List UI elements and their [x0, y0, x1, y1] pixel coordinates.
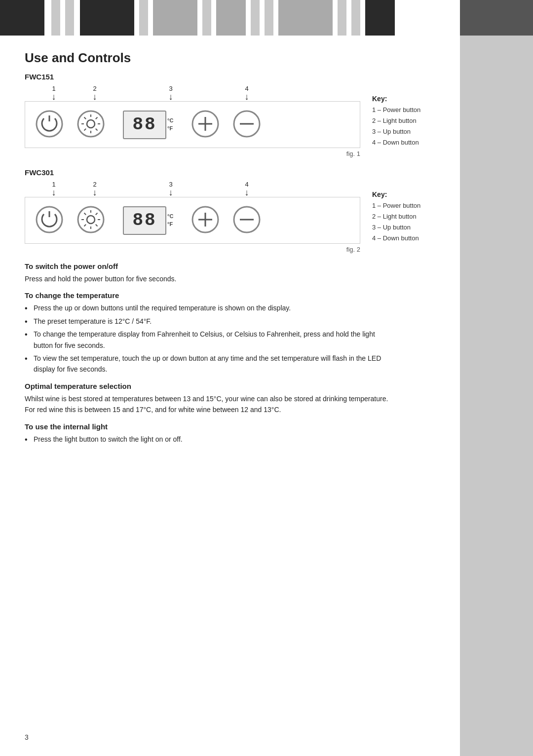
- fig1-num-1: 1: [35, 85, 73, 92]
- fig2-up-col: [191, 205, 220, 235]
- header-block-9: [251, 0, 260, 36]
- fig1-display: 88: [123, 111, 166, 139]
- fig2-num-3: 3: [116, 181, 225, 188]
- temp-bullet-3: To change the temperature display from F…: [25, 329, 390, 351]
- fwc151-section: FWC151 1 2 3 4 ↓ ↓ ↓ ↓: [25, 73, 435, 157]
- fig2-light-button-icon: [76, 205, 105, 234]
- power-button-icon: [35, 110, 64, 138]
- header-bar: [0, 0, 533, 36]
- header-gap12: [346, 0, 351, 36]
- fig2-fahrenheit: °F: [167, 221, 173, 228]
- fig2-celsius: °C: [167, 213, 173, 220]
- svg-line-26: [96, 225, 98, 227]
- svg-line-28: [84, 225, 86, 227]
- fig2-arrow-3: ↓: [116, 188, 225, 197]
- fig1-fahrenheit: °F: [167, 125, 173, 132]
- header-block-13: [351, 0, 360, 36]
- main-content: Use and Controls FWC151 1 2 3 4 ↓ ↓ ↓ ↓: [0, 36, 460, 466]
- fig2-down-col: [232, 205, 261, 235]
- optimal-section-heading: Optimal temperature selection: [25, 382, 435, 390]
- fig2-key-item-1: 1 – Power button: [372, 200, 420, 211]
- instructions-section: To switch the power on/off Press and hol…: [25, 262, 435, 445]
- fig1-num-4: 4: [225, 85, 268, 92]
- fig2-up-button-icon: [191, 205, 220, 234]
- fig1-temp-labels: °C °F: [167, 117, 173, 132]
- svg-point-20: [87, 216, 95, 224]
- temp-bullet-2: The preset temperature is 12°C / 54°F.: [25, 316, 390, 327]
- header-gap2: [60, 0, 65, 36]
- header-block-5: [139, 0, 148, 36]
- fig2-label: fig. 2: [25, 246, 360, 253]
- fig2-num-4: 4: [225, 181, 268, 188]
- fig1-down-button: [232, 110, 261, 140]
- header-gap13: [360, 0, 365, 36]
- fig1-key: Key: 1 – Power button 2 – Light button 3…: [372, 95, 420, 148]
- fig2-light-button: [76, 205, 105, 235]
- light-bullet-1: Press the light button to switch the lig…: [25, 434, 390, 445]
- fig1-light-col: [76, 110, 105, 140]
- svg-line-9: [96, 129, 98, 131]
- fig2-key-item-2: 2 – Light button: [372, 211, 420, 222]
- svg-point-3: [87, 120, 95, 128]
- header-gap9: [260, 0, 265, 36]
- fig1-label: fig. 1: [25, 150, 360, 157]
- header-block-12: [338, 0, 346, 36]
- header-block-1: [0, 0, 44, 36]
- header-block-14: [365, 0, 395, 36]
- power-section-heading: To switch the power on/off: [25, 262, 435, 270]
- header-gap: [44, 0, 51, 36]
- header-gap5: [148, 0, 153, 36]
- header-gap6: [197, 0, 202, 36]
- light-bullet-list: Press the light button to switch the lig…: [25, 434, 390, 445]
- down-button-icon: [232, 110, 261, 138]
- fig1-diagram: 88 °C °F: [25, 101, 360, 148]
- header-gap8: [246, 0, 251, 36]
- light-button-icon: [76, 110, 105, 138]
- fig2-arrow-4: ↓: [225, 188, 268, 197]
- fig1-key-item-1: 1 – Power button: [372, 105, 420, 115]
- fwc301-label: FWC301: [25, 168, 435, 177]
- svg-line-11: [84, 129, 86, 131]
- fig2-display: 88: [123, 206, 166, 235]
- right-sidebar-top: [460, 0, 533, 36]
- fig2-num-1: 1: [35, 181, 73, 188]
- fig2-power-button-icon: [35, 205, 64, 234]
- svg-line-27: [96, 213, 98, 215]
- fig2-key-item-4: 4 – Down button: [372, 233, 420, 244]
- fig1-light-button: [76, 110, 105, 140]
- fig1-num-2: 2: [73, 85, 116, 92]
- right-sidebar: [460, 0, 533, 756]
- fwc151-label: FWC151: [25, 73, 435, 81]
- temp-bullet-4: To view the set temperature, touch the u…: [25, 353, 390, 375]
- fig1-key-item-2: 2 – Light button: [372, 115, 420, 126]
- page-title: Use and Controls: [25, 50, 435, 66]
- power-section-text: Press and hold the power button for five…: [25, 273, 390, 284]
- fig2-arrow-2: ↓: [73, 188, 116, 197]
- fig2-key-title: Key:: [372, 190, 420, 198]
- fig2-down-button-icon: [232, 205, 261, 234]
- fig2-diagram: 88 °C °F: [25, 197, 360, 244]
- fig1-down-col: [232, 110, 261, 140]
- header-block-7: [202, 0, 211, 36]
- fig1-key-item-3: 3 – Up button: [372, 126, 420, 137]
- header-gap11: [333, 0, 338, 36]
- header-gap3: [74, 0, 80, 36]
- fig2-digits: 88: [132, 210, 156, 230]
- header-block-10: [265, 0, 273, 36]
- up-button-icon: [191, 110, 220, 138]
- page-number: 3: [25, 733, 29, 741]
- header-block-11: [278, 0, 333, 36]
- fig1-power-col: [35, 110, 64, 140]
- temp-section-heading: To change the temperature: [25, 291, 435, 300]
- fig1-celsius: °C: [167, 117, 173, 124]
- svg-point-17: [37, 207, 62, 232]
- fwc301-section: FWC301 1 2 3 4 ↓ ↓ ↓ ↓: [25, 168, 435, 253]
- fig2-key: Key: 1 – Power button 2 – Light button 3…: [372, 190, 420, 244]
- fig1-key-item-4: 4 – Down button: [372, 137, 420, 148]
- fig1-digits: 88: [132, 114, 156, 135]
- fig1-num-3: 3: [116, 85, 225, 92]
- fig1-up-button: [191, 110, 220, 140]
- fig2-arrow-1: ↓: [35, 188, 73, 197]
- temp-bullet-list: Press the up or down buttons until the r…: [25, 302, 390, 375]
- svg-line-8: [84, 117, 86, 119]
